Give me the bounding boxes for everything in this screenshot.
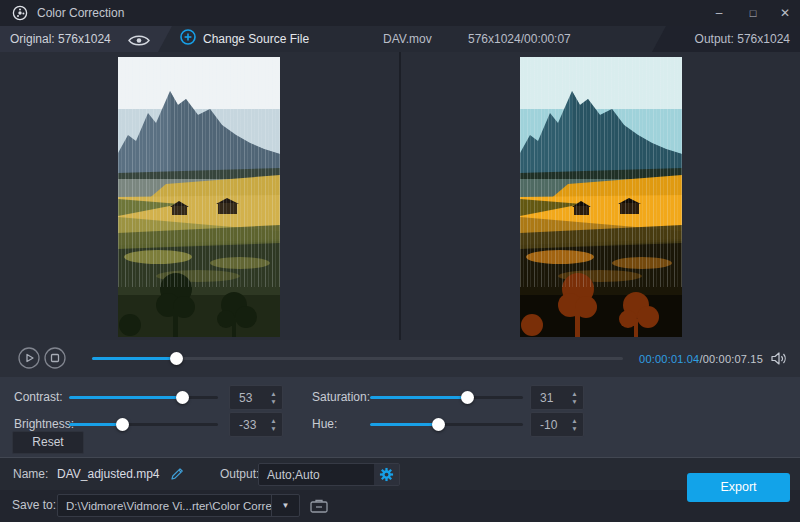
name-label: Name: xyxy=(13,458,48,490)
save-to-label: Save to: xyxy=(12,490,56,520)
slider-handle[interactable] xyxy=(461,391,474,404)
export-button[interactable]: Export xyxy=(687,473,790,502)
volume-button[interactable] xyxy=(771,351,788,366)
spin-down-button[interactable]: ▼ xyxy=(571,399,577,405)
output-resolution-label: Output: 576x1024 xyxy=(695,26,790,52)
preview-divider xyxy=(399,52,401,340)
seek-fill xyxy=(92,357,177,360)
close-button[interactable]: ✕ xyxy=(772,0,798,26)
time-display: 00:00:01.04/00:00:07.15 xyxy=(639,353,763,365)
slider-fill xyxy=(370,423,439,426)
save-path-text: D:\Vidmore\Vidmore Vi...rter\Color Corre… xyxy=(58,500,271,512)
app-logo-icon xyxy=(12,5,28,21)
source-info-bar: Original: 576x1024 Change Source File DA… xyxy=(0,26,800,52)
output-video-preview xyxy=(520,57,682,337)
edit-name-button[interactable] xyxy=(169,466,185,482)
color-correction-window: Color Correction – □ ✕ Original: 576x102… xyxy=(0,0,800,522)
spin-down-button[interactable]: ▼ xyxy=(571,426,577,432)
brightness-value-field[interactable]: -33 ▲▼ xyxy=(229,412,283,437)
output-settings-button[interactable] xyxy=(374,464,399,485)
spin-up-button[interactable]: ▲ xyxy=(571,418,577,424)
slider-handle[interactable] xyxy=(116,418,129,431)
saturation-label: Saturation: xyxy=(312,384,370,410)
preview-area xyxy=(0,52,800,340)
saturation-slider[interactable] xyxy=(370,390,523,404)
change-source-button[interactable]: Change Source File xyxy=(180,26,309,52)
output-format-label: Output: xyxy=(220,458,259,490)
contrast-slider[interactable] xyxy=(69,390,218,404)
source-filename: DAV.mov xyxy=(383,26,432,52)
source-resolution-duration: 576x1024/00:00:07 xyxy=(468,26,571,52)
name-value: DAV_adjusted.mp4 xyxy=(57,458,160,490)
output-format-field[interactable]: Auto;Auto xyxy=(258,463,400,486)
slider-fill xyxy=(69,423,123,426)
play-button[interactable] xyxy=(18,347,40,369)
preview-toggle-eye-icon[interactable] xyxy=(128,33,150,46)
output-settings-bar: Name: DAV_adjusted.mp4 Output: Auto;Auto xyxy=(0,457,800,490)
spin-up-button[interactable]: ▲ xyxy=(571,391,577,397)
output-info-section: Output: 576x1024 xyxy=(652,26,800,52)
save-bar: Save to: D:\Vidmore\Vidmore Vi...rter\Co… xyxy=(0,490,800,522)
gear-icon xyxy=(379,467,394,482)
contrast-value: 53 xyxy=(230,391,265,405)
contrast-value-field[interactable]: 53 ▲▼ xyxy=(229,385,283,410)
brightness-value: -33 xyxy=(230,418,265,432)
original-resolution-label: Original: 576x1024 xyxy=(10,32,111,46)
playback-bar: 00:00:01.04/00:00:07.15 xyxy=(0,340,800,377)
save-path-combobox[interactable]: D:\Vidmore\Vidmore Vi...rter\Color Corre… xyxy=(57,494,300,517)
hue-label: Hue: xyxy=(312,411,337,437)
hue-value-field[interactable]: -10 ▲▼ xyxy=(530,412,584,437)
spin-down-button[interactable]: ▼ xyxy=(270,399,276,405)
hue-value: -10 xyxy=(531,418,566,432)
minimize-button[interactable]: – xyxy=(706,0,732,26)
seek-slider[interactable] xyxy=(92,340,623,377)
spin-up-button[interactable]: ▲ xyxy=(270,418,276,424)
browse-folder-button[interactable] xyxy=(306,494,332,517)
original-video-preview xyxy=(118,57,280,337)
spin-up-button[interactable]: ▲ xyxy=(270,391,276,397)
total-time: /00:00:07.15 xyxy=(699,353,763,365)
saturation-value: 31 xyxy=(531,391,566,405)
seek-handle[interactable] xyxy=(170,352,183,365)
adjustments-panel: Contrast: 53 ▲▼ Saturation: 31 ▲▼ Bright… xyxy=(0,377,800,457)
reset-button[interactable]: Reset xyxy=(12,431,84,454)
current-time: 00:00:01.04 xyxy=(639,353,699,365)
brightness-slider[interactable] xyxy=(69,417,218,431)
window-title: Color Correction xyxy=(37,0,124,26)
folder-icon xyxy=(309,498,329,514)
plus-icon xyxy=(180,29,196,49)
contrast-label: Contrast: xyxy=(14,384,63,410)
stop-button[interactable] xyxy=(44,347,66,369)
maximize-button[interactable]: □ xyxy=(740,0,766,26)
slider-handle[interactable] xyxy=(176,391,189,404)
hue-slider[interactable] xyxy=(370,417,523,431)
slider-handle[interactable] xyxy=(432,418,445,431)
saturation-value-field[interactable]: 31 ▲▼ xyxy=(530,385,584,410)
spin-down-button[interactable]: ▼ xyxy=(270,426,276,432)
chevron-down-icon: ▼ xyxy=(282,501,290,510)
change-source-label: Change Source File xyxy=(203,32,309,46)
dropdown-button[interactable]: ▼ xyxy=(271,495,299,516)
slider-fill xyxy=(370,396,468,399)
output-format-value: Auto;Auto xyxy=(259,468,374,482)
slider-fill xyxy=(69,396,182,399)
title-bar: Color Correction – □ ✕ xyxy=(0,0,800,26)
